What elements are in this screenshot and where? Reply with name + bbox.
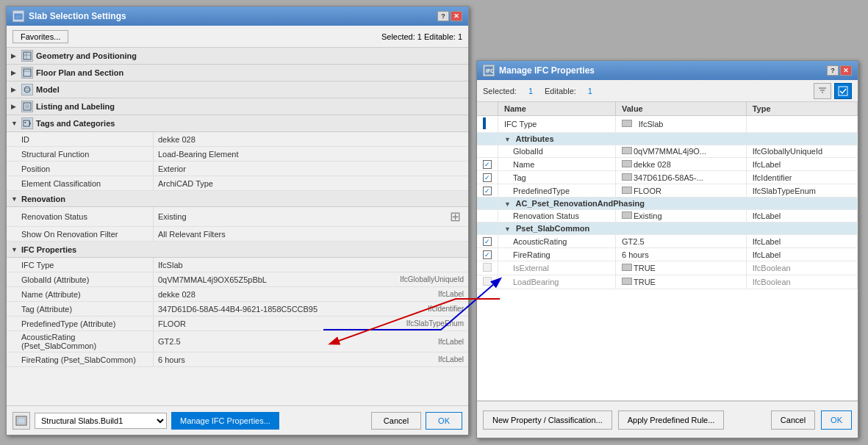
ifc-cancel-button[interactable]: Cancel xyxy=(771,410,815,430)
layer-dropdown[interactable]: Structural Slabs.Build1 xyxy=(35,413,167,429)
expand-arrow-icon: ▼ xyxy=(504,136,511,143)
row-checkbox-cell[interactable] xyxy=(477,184,498,198)
tags-properties: ID dekke 028 Structural Function Load-Be… xyxy=(7,132,468,191)
table-row[interactable]: Name dekke 028 IfcLabel xyxy=(477,158,858,171)
row-type-cell: IfcLabel xyxy=(746,158,857,171)
svg-rect-17 xyxy=(18,418,25,424)
section-geometry[interactable]: ▶ Geometry and Positioning xyxy=(7,48,468,65)
prop-id[interactable]: ID dekke 028 xyxy=(7,132,468,147)
prop-id-name: ID xyxy=(7,132,154,146)
table-row[interactable]: ▼ AC_Pset_RenovationAndPhasing xyxy=(477,198,858,210)
new-property-button[interactable]: New Property / Classification... xyxy=(483,410,612,430)
section-renovation[interactable]: ▼ Renovation xyxy=(7,191,468,207)
prop-ifc-type-name: IFC Type xyxy=(7,258,154,272)
ifc-toolbar: Selected: 1 Editable: 1 xyxy=(477,80,858,102)
row-name-cell: IsExternal xyxy=(498,261,616,275)
prop-ifc-type-value: IfcSlab xyxy=(154,258,468,272)
prop-position[interactable]: Position Exterior xyxy=(7,162,468,176)
selected-info: Selected: 1 Editable: 1 xyxy=(381,32,462,41)
ifc-table: Name Value Type IFC Type IfcSlab xyxy=(477,102,858,289)
section-ifc[interactable]: ▼ IFC Properties xyxy=(7,242,468,258)
ifc-close-button[interactable]: ✕ xyxy=(840,65,852,76)
prop-renovation-status[interactable]: Renovation Status Existing ⊞ xyxy=(7,207,468,227)
row-indicator-cell xyxy=(477,116,498,133)
ifc-ok-button[interactable]: OK xyxy=(821,410,852,430)
ifc-toolbar-right xyxy=(814,83,852,99)
status-icon-button[interactable] xyxy=(12,412,30,430)
ifc-selected-value: 1 xyxy=(528,87,533,95)
prop-acoustic-rating-name: AcousticRating (Pset_SlabCommon) xyxy=(7,331,154,352)
prop-fire-rating[interactable]: FireRating (Pset_SlabCommon) 6 hours Ifc… xyxy=(7,352,468,367)
row-checkbox[interactable] xyxy=(483,237,492,246)
ifc-bottom-bar: New Property / Classification... Apply P… xyxy=(477,401,858,438)
prop-acoustic-rating[interactable]: AcousticRating (Pset_SlabCommon) GT2.5 I… xyxy=(7,331,468,352)
table-row[interactable]: AcousticRating GT2.5 IfcLabel xyxy=(477,235,858,248)
prop-position-value: Exterior xyxy=(154,162,468,176)
prop-renovation-status-name: Renovation Status xyxy=(7,207,154,226)
row-name-cell: PredefinedType xyxy=(498,184,616,198)
prop-show-renovation-value: All Relevant Filters xyxy=(154,227,468,241)
favorites-button[interactable]: Favorites... xyxy=(12,30,68,43)
prop-predefined-type[interactable]: PredefinedType (Attribute) FLOOR IfcSlab… xyxy=(7,316,468,331)
ifc-titlebar-left: IFC Manage IFC Properties xyxy=(483,65,595,76)
section-floorplan[interactable]: ▶ Floor Plan and Section xyxy=(7,65,468,82)
table-row[interactable]: ▼ Pset_SlabCommon xyxy=(477,222,858,235)
row-type-cell: IfcBoolean xyxy=(746,261,857,275)
table-row[interactable]: IsExternal TRUE IfcBoolean xyxy=(477,261,858,275)
table-row[interactable]: GlobalId 0qVM7MMAL4j9O... IfcGloballyUni… xyxy=(477,145,858,158)
row-checkbox-cell[interactable] xyxy=(477,248,498,261)
section-model[interactable]: ▶ Model xyxy=(7,82,468,98)
slab-content[interactable]: ▶ Geometry and Positioning ▶ Floor Plan … xyxy=(7,48,468,405)
apply-rule-button[interactable]: Apply Predefined Rule... xyxy=(618,410,725,430)
section-tags[interactable]: ▼ Tags and Categories xyxy=(7,115,468,132)
slab-selection-window: Slab Selection Settings ? ✕ Favorites...… xyxy=(6,6,469,435)
table-row[interactable]: PredefinedType FLOOR IfcSlabTypeEnum xyxy=(477,184,858,198)
row-checkbox-cell[interactable] xyxy=(477,171,498,184)
svg-point-7 xyxy=(24,87,30,93)
slab-ok-button[interactable]: OK xyxy=(426,412,462,430)
prop-element-classification[interactable]: Element Classification ArchiCAD Type xyxy=(7,176,468,191)
table-row[interactable]: LoadBearing TRUE IfcBoolean xyxy=(477,275,858,289)
ifc-titlebar-controls: ? ✕ xyxy=(827,65,852,76)
prop-show-renovation[interactable]: Show On Renovation Filter All Relevant F… xyxy=(7,227,468,242)
svg-point-8 xyxy=(24,89,30,91)
ifc-question-button[interactable]: ? xyxy=(827,65,839,76)
row-checkbox-cell[interactable] xyxy=(477,158,498,171)
svg-rect-2 xyxy=(24,52,31,59)
row-checkbox-cell[interactable] xyxy=(477,261,498,275)
row-checkbox[interactable] xyxy=(483,277,492,286)
row-checkbox[interactable] xyxy=(483,173,492,182)
group-name-cell: ▼ Pset_SlabCommon xyxy=(498,222,858,235)
row-checkbox[interactable] xyxy=(483,160,492,169)
row-checkbox-cell[interactable] xyxy=(477,275,498,289)
col-name-header: Name xyxy=(498,102,616,116)
section-listing[interactable]: ▶ Listing and Labeling xyxy=(7,98,468,115)
floorplan-label: Floor Plan and Section xyxy=(36,68,123,77)
row-checkbox[interactable] xyxy=(483,187,492,195)
table-row[interactable]: Tag 347D61D6-58A5-... IfcIdentifier xyxy=(477,171,858,184)
close-button[interactable]: ✕ xyxy=(451,11,462,21)
row-checkbox[interactable] xyxy=(483,263,492,272)
row-value-cell: Existing xyxy=(616,210,747,222)
table-row[interactable]: ▼ Attributes xyxy=(477,133,858,145)
prop-name-attr[interactable]: Name (Attribute) dekke 028 IfcLabel xyxy=(7,287,468,302)
active-view-button[interactable] xyxy=(834,83,852,99)
row-checkbox[interactable] xyxy=(483,250,492,259)
ifc-table-container[interactable]: Name Value Type IFC Type IfcSlab xyxy=(477,102,858,401)
prop-tag-attr[interactable]: Tag (Attribute) 347D61D6-58A5-44B4-9621-… xyxy=(7,302,468,316)
slab-cancel-button[interactable]: Cancel xyxy=(371,412,421,430)
prop-structural-value: Load-Bearing Element xyxy=(154,147,468,161)
table-row[interactable]: FireRating 6 hours IfcLabel xyxy=(477,248,858,261)
question-button[interactable]: ? xyxy=(437,11,449,21)
row-name-cell: Tag xyxy=(498,171,616,184)
prop-globalid[interactable]: GlobalId (Attribute) 0qVM7MMAL4j9OX65Z5p… xyxy=(7,272,468,287)
table-row[interactable]: Renovation Status Existing IfcLabel xyxy=(477,210,858,222)
filter-button[interactable] xyxy=(814,83,831,99)
manage-ifc-button[interactable]: Manage IFC Properties... xyxy=(171,412,279,430)
prop-tag-attr-name: Tag (Attribute) xyxy=(7,302,154,316)
prop-structural-function[interactable]: Structural Function Load-Bearing Element xyxy=(7,147,468,162)
svg-marker-14 xyxy=(29,120,31,126)
table-row[interactable]: IFC Type IfcSlab xyxy=(477,116,858,133)
prop-ifc-type[interactable]: IFC Type IfcSlab xyxy=(7,258,468,272)
row-checkbox-cell[interactable] xyxy=(477,235,498,248)
